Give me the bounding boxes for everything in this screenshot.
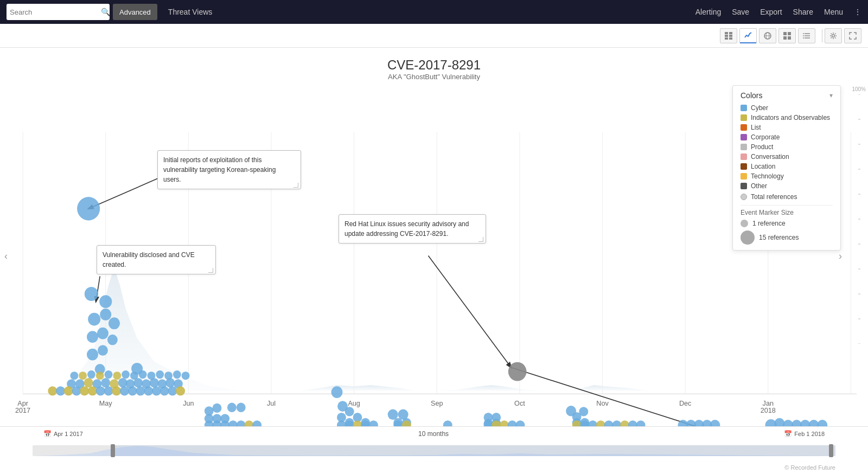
chart-container: Apr 2017 May Jun Jul Aug Sep Oct Nov Dec… bbox=[0, 85, 868, 426]
size-item-small-label: 1 reference bbox=[752, 220, 786, 227]
svg-point-115 bbox=[337, 420, 346, 426]
svg-rect-10 bbox=[788, 32, 791, 35]
svg-line-35 bbox=[511, 368, 765, 426]
svg-point-86 bbox=[120, 386, 129, 395]
svg-point-79 bbox=[64, 386, 73, 395]
timeline-range bbox=[113, 445, 835, 456]
svg-point-145 bbox=[596, 420, 605, 426]
grid-view-button[interactable] bbox=[778, 28, 796, 43]
svg-text:Nov: Nov bbox=[596, 399, 609, 407]
colors-legend-chevron[interactable]: ▾ bbox=[829, 92, 833, 99]
svg-rect-4 bbox=[725, 37, 728, 40]
svg-point-139 bbox=[579, 407, 588, 416]
search-input[interactable] bbox=[10, 8, 101, 16]
svg-point-37 bbox=[85, 287, 98, 301]
svg-point-98 bbox=[213, 414, 222, 423]
svg-point-93 bbox=[176, 386, 185, 395]
timeline-bar bbox=[33, 441, 835, 460]
annotation-3: Red Hat Linux issues security advisory a… bbox=[339, 214, 486, 244]
svg-point-72 bbox=[148, 371, 156, 380]
settings-button[interactable] bbox=[825, 28, 842, 43]
svg-point-69 bbox=[122, 370, 130, 379]
cal-end-icon: 📅 bbox=[784, 430, 792, 438]
size-item-large: 15 references bbox=[741, 230, 833, 245]
svg-point-70 bbox=[130, 371, 138, 380]
chart-view-button[interactable] bbox=[739, 28, 757, 43]
svg-text:2018: 2018 bbox=[761, 406, 776, 414]
svg-point-17 bbox=[803, 35, 804, 36]
annotation-1: Initial reports of exploitation of this … bbox=[157, 150, 301, 189]
svg-point-133 bbox=[500, 420, 509, 426]
main-content: CVE-2017-8291 AKA "GhostButt" Vulnerabil… bbox=[0, 48, 868, 474]
svg-point-103 bbox=[252, 420, 261, 426]
save-button[interactable]: Save bbox=[732, 8, 749, 16]
svg-point-45 bbox=[87, 349, 98, 361]
svg-point-120 bbox=[388, 409, 398, 420]
svg-rect-0 bbox=[725, 32, 728, 34]
svg-point-155 bbox=[710, 420, 720, 426]
threat-views-label[interactable]: Threat Views bbox=[168, 8, 212, 16]
table-view-button[interactable] bbox=[720, 28, 737, 43]
svg-point-136 bbox=[443, 420, 452, 426]
size-item-small: 1 reference bbox=[741, 220, 833, 227]
menu-dots-icon[interactable]: ⋮ bbox=[854, 8, 861, 16]
svg-text:Jun: Jun bbox=[183, 399, 194, 407]
svg-point-110 bbox=[345, 407, 354, 416]
legend-total-references: Total references bbox=[741, 193, 833, 201]
svg-point-90 bbox=[152, 386, 161, 395]
svg-point-18 bbox=[803, 37, 804, 39]
svg-point-19 bbox=[832, 34, 835, 37]
colors-legend: Colors ▾ CyberIndicators and Observables… bbox=[732, 85, 841, 251]
svg-point-41 bbox=[108, 317, 120, 329]
fullscreen-button[interactable] bbox=[844, 28, 861, 43]
globe-view-button[interactable] bbox=[759, 28, 776, 43]
svg-point-106 bbox=[227, 403, 237, 412]
legend-item-product: Product bbox=[741, 143, 833, 151]
svg-point-91 bbox=[160, 386, 169, 395]
svg-point-39 bbox=[88, 313, 100, 326]
search-icon[interactable]: 🔍 bbox=[101, 8, 110, 16]
svg-point-84 bbox=[104, 386, 113, 395]
scroll-left-button[interactable]: ‹ bbox=[0, 246, 12, 266]
svg-point-150 bbox=[636, 420, 646, 426]
alerting-button[interactable]: Alerting bbox=[695, 8, 721, 16]
menu-button[interactable]: Menu bbox=[824, 8, 843, 16]
svg-point-53 bbox=[101, 378, 110, 387]
svg-point-149 bbox=[628, 420, 637, 426]
timeline-track bbox=[33, 445, 835, 456]
legend-item-corporate: Corporate bbox=[741, 133, 833, 141]
svg-point-87 bbox=[128, 386, 137, 395]
copyright: © Recorded Future bbox=[784, 464, 835, 471]
toolbar-right-buttons bbox=[825, 28, 861, 43]
small-circle bbox=[741, 220, 748, 227]
size-items: 1 reference 15 references bbox=[741, 220, 833, 245]
svg-point-43 bbox=[97, 328, 108, 340]
search-box: 🔍 bbox=[7, 4, 110, 20]
svg-rect-5 bbox=[729, 37, 732, 40]
legend-item-technology: Technology bbox=[741, 172, 833, 180]
export-button[interactable]: Export bbox=[760, 8, 782, 16]
svg-point-101 bbox=[237, 420, 246, 426]
advanced-button[interactable]: Advanced bbox=[113, 4, 157, 20]
svg-point-146 bbox=[604, 420, 614, 426]
svg-point-89 bbox=[144, 386, 153, 395]
chart-subtitle: AKA "GhostButt" Vulnerability bbox=[0, 73, 868, 81]
start-date-label: 📅 Apr 1 2017 bbox=[43, 430, 83, 438]
timeline-handle-left[interactable] bbox=[111, 444, 115, 457]
svg-point-67 bbox=[105, 370, 113, 379]
list-view-button[interactable] bbox=[798, 28, 815, 43]
timeline-handle-right[interactable] bbox=[829, 444, 833, 457]
svg-point-117 bbox=[353, 420, 362, 426]
share-button[interactable]: Share bbox=[793, 8, 813, 16]
svg-point-144 bbox=[588, 420, 597, 426]
svg-point-104 bbox=[205, 406, 214, 415]
percent-label: 100% bbox=[852, 86, 866, 92]
legend-items: CyberIndicators and ObservablesListCorpo… bbox=[741, 104, 833, 190]
start-date-text: Apr 1 2017 bbox=[54, 431, 83, 437]
svg-point-99 bbox=[220, 414, 229, 423]
svg-point-108 bbox=[331, 386, 343, 398]
svg-point-102 bbox=[245, 420, 254, 426]
legend-divider bbox=[741, 205, 833, 206]
total-ref-dot bbox=[741, 194, 747, 200]
svg-rect-3 bbox=[729, 35, 732, 37]
